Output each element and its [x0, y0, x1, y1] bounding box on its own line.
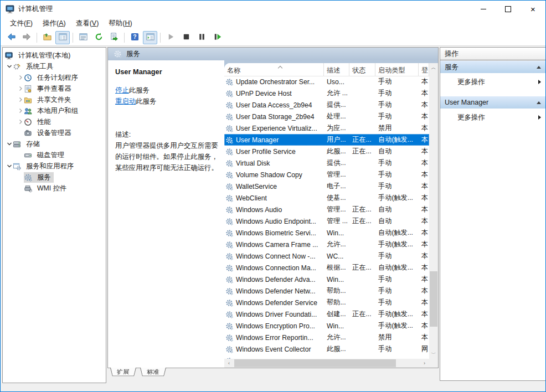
service-name: Windows Encryption Pro... — [224, 322, 324, 330]
horizontal-scroll-thumb[interactable] — [234, 359, 396, 367]
service-row-user-experience-virtualiz[interactable]: User Experience Virtualiz...为应...禁用本 — [224, 122, 429, 134]
service-row-windows-error-reportin[interactable]: Windows Error Reportin...允许...禁用本 — [224, 332, 429, 343]
close-button[interactable]: × — [521, 1, 545, 17]
scroll-right-arrow[interactable]: › — [420, 359, 429, 368]
more-actions-item[interactable]: 更多操作 — [440, 76, 545, 88]
column-header-status[interactable]: 状态 — [349, 63, 375, 76]
menu-h[interactable]: 帮助(H) — [104, 18, 137, 29]
service-description: 允许 ... — [324, 89, 349, 98]
column-header-log-on-as[interactable]: 登 — [419, 63, 429, 76]
tree-item-service-gear[interactable]: 服务 — [3, 172, 106, 183]
tree-item-local-users[interactable]: 本地用户和组 — [3, 105, 106, 116]
tree-item-label: 服务和应用程序 — [24, 161, 75, 172]
forward-button[interactable] — [19, 31, 34, 44]
export-list-button[interactable] — [107, 31, 121, 44]
action-section-header-user-manager[interactable]: User Manager — [440, 96, 545, 109]
service-row-upnp-device-host[interactable]: UPnP Device Host允许 ...手动本 — [224, 87, 429, 99]
service-row-windows-audio-endpoint[interactable]: Windows Audio Endpoint...管理 ...正在...自动本 — [224, 215, 429, 227]
column-header-description[interactable]: 描述 — [324, 63, 349, 76]
service-row-windows-event-collector[interactable]: Windows Event Collector此服...手动网 — [224, 343, 429, 355]
stop-service-button[interactable] — [179, 31, 193, 44]
pause-service-button[interactable] — [194, 31, 209, 44]
performance-icon — [24, 118, 33, 126]
scroll-down-arrow[interactable]: ﹀ — [429, 349, 438, 359]
menu-v[interactable]: 查看(V) — [71, 18, 104, 29]
tree-item-system-tools[interactable]: 系统工具 — [3, 61, 106, 72]
start-service-button[interactable] — [163, 31, 178, 44]
tree-item-disk-management[interactable]: 磁盘管理 — [3, 149, 106, 161]
service-row-user-data-access-2b9e4[interactable]: User Data Access_2b9e4提供...手动本 — [224, 99, 429, 111]
service-row-partial[interactable] — [224, 355, 429, 359]
service-row-windows-encryption-pro[interactable]: Windows Encryption Pro...Win...手动(触发...本 — [224, 320, 429, 332]
tree-item-services-apps[interactable]: 服务和应用程序 — [3, 161, 106, 172]
service-startup-type: 手动 — [375, 77, 419, 86]
console-tree-toggle-button[interactable] — [55, 31, 70, 44]
tree-item-device-manager[interactable]: 设备管理器 — [3, 127, 106, 138]
back-button[interactable] — [4, 31, 18, 44]
service-logon-as: 本 — [419, 240, 429, 249]
refresh-button[interactable] — [91, 31, 106, 44]
menu-f[interactable]: 文件(F) — [5, 18, 38, 29]
service-row-windows-defender-service[interactable]: Windows Defender Service帮助...手动本 — [224, 297, 429, 308]
export-list-icon — [110, 32, 119, 43]
tree-expander-expanded[interactable] — [6, 141, 13, 147]
service-row-volume-shadow-copy[interactable]: Volume Shadow Copy管理...手动本 — [224, 169, 429, 180]
service-row-windows-connect-now[interactable]: Windows Connect Now -...WC...手动本 — [224, 250, 429, 262]
action-section-header-services[interactable]: 服务 — [440, 61, 545, 73]
tree-expander-expanded[interactable] — [6, 63, 13, 70]
minimize-button[interactable] — [471, 1, 496, 17]
more-actions-item[interactable]: 更多操作 — [440, 111, 545, 123]
vertical-scroll-thumb[interactable] — [430, 271, 437, 327]
column-header-startup-type[interactable]: 启动类型 — [375, 63, 419, 76]
service-gear-icon — [225, 218, 236, 225]
service-row-windows-defender-netw[interactable]: Windows Defender Netw...帮助...手动本 — [224, 285, 429, 297]
scroll-left-arrow[interactable]: ‹ — [224, 359, 234, 368]
service-gear-icon — [225, 101, 236, 109]
tree-expander-collapsed[interactable] — [17, 85, 24, 92]
up-level-button[interactable] — [40, 31, 54, 44]
service-row-user-manager[interactable]: User Manager用户...正在...自动(触发...本 — [224, 134, 429, 146]
service-row-update-orchestrator-ser[interactable]: Update Orchestrator Ser...Uso...手动本 — [224, 76, 429, 87]
service-description: 允许... — [324, 333, 349, 342]
tree-expander-collapsed[interactable] — [17, 118, 24, 125]
tree-item-computer[interactable]: 计算机管理(本地) — [3, 50, 106, 61]
tab-extended[interactable]: 扩展 — [110, 368, 136, 376]
help-button[interactable]: ? — [127, 31, 142, 44]
tree-expander-collapsed[interactable] — [17, 96, 24, 103]
tree-item-storage[interactable]: 存储 — [3, 138, 106, 149]
horizontal-scrollbar[interactable]: ‹ › — [224, 359, 429, 368]
vertical-scrollbar[interactable]: ︿ ﹀ — [429, 63, 438, 359]
service-row-walletservice[interactable]: WalletService电子...手动本 — [224, 180, 429, 192]
tree-item-event-viewer[interactable]: 事件查看器 — [3, 83, 106, 94]
stop-service-link[interactable]: 停止 — [115, 86, 129, 94]
tree-item-task-scheduler[interactable]: 任务计划程序 — [3, 72, 106, 83]
tree-item-performance[interactable]: 性能 — [3, 116, 106, 127]
tree-item-shared-folders[interactable]: 共享文件夹 — [3, 94, 106, 105]
restart-service-link[interactable]: 重启动 — [115, 97, 136, 105]
scroll-up-arrow[interactable]: ︿ — [429, 63, 438, 73]
tab-standard[interactable]: 标准 — [140, 368, 166, 376]
service-row-webclient[interactable]: WebClient使基...手动(触发...本 — [224, 192, 429, 204]
services-apps-icon — [13, 162, 22, 171]
service-row-windows-audio[interactable]: Windows Audio管理...正在...自动本 — [224, 204, 429, 215]
tree-item-wmi[interactable]: WMI 控件 — [3, 183, 106, 194]
menu-a[interactable]: 操作(A) — [38, 18, 71, 29]
column-header-name[interactable]: 名称 — [224, 63, 324, 76]
service-row-user-profile-service[interactable]: User Profile Service此服...正在...自动本 — [224, 146, 429, 157]
properties-button[interactable] — [76, 31, 90, 44]
restart-service-button[interactable] — [210, 31, 224, 44]
collapse-icon[interactable] — [537, 101, 541, 104]
action-pane-toggle-button[interactable] — [143, 31, 157, 44]
service-row-windows-defender-adva[interactable]: Windows Defender Adva...Win...手动本 — [224, 274, 429, 285]
service-row-windows-driver-foundati[interactable]: Windows Driver Foundati...创建...正在...手动(触… — [224, 308, 429, 320]
service-row-virtual-disk[interactable]: Virtual Disk提供...手动本 — [224, 157, 429, 169]
maximize-button[interactable] — [496, 1, 521, 17]
tree-expander-collapsed[interactable] — [17, 74, 24, 81]
tree-expander-expanded[interactable] — [6, 163, 13, 169]
collapse-icon[interactable] — [537, 66, 541, 69]
service-row-windows-connection-ma[interactable]: Windows Connection Ma...根据...正在...自动(触发.… — [224, 262, 429, 274]
service-row-windows-camera-frame[interactable]: Windows Camera Frame ...允许...手动(触发...本 — [224, 239, 429, 250]
tree-expander-collapsed[interactable] — [17, 107, 24, 114]
service-row-windows-biometric-servi[interactable]: Windows Biometric Servi...Win...自动(触发...… — [224, 227, 429, 239]
service-row-user-data-storage-2b9e4[interactable]: User Data Storage_2b9e4处理...手动本 — [224, 111, 429, 122]
